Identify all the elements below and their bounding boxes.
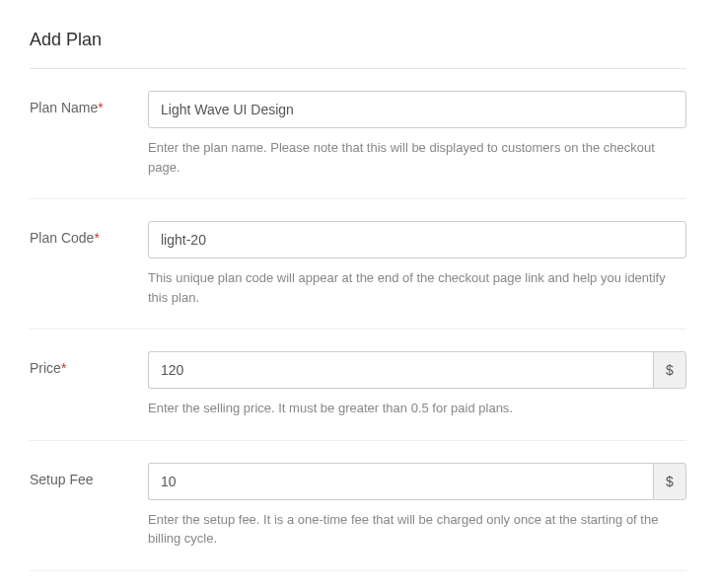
setup-fee-input[interactable] <box>148 463 653 500</box>
plan-code-help: This unique plan code will appear at the… <box>148 268 686 307</box>
setup-fee-help: Enter the setup fee. It is a one-time fe… <box>148 510 686 549</box>
plan-name-input[interactable] <box>148 91 686 128</box>
plan-name-label: Plan Name* <box>30 100 104 115</box>
setup-fee-row: Setup Fee $ Enter the setup fee. It is a… <box>30 441 686 571</box>
plan-code-row: Plan Code* This unique plan code will ap… <box>30 199 686 330</box>
currency-addon: $ <box>653 351 686 389</box>
price-label: Price* <box>30 360 66 376</box>
required-marker: * <box>98 100 103 115</box>
required-marker: * <box>94 230 99 246</box>
plan-name-row: Plan Name* Enter the plan name. Please n… <box>30 69 686 199</box>
required-marker: * <box>61 360 66 376</box>
page-title: Add Plan <box>30 30 686 50</box>
plan-code-input[interactable] <box>148 221 686 258</box>
price-input[interactable] <box>148 351 653 389</box>
price-row: Price* $ Enter the selling price. It mus… <box>30 330 686 441</box>
plan-name-help: Enter the plan name. Please note that th… <box>148 138 686 177</box>
plan-code-label: Plan Code* <box>30 230 100 246</box>
price-help: Enter the selling price. It must be grea… <box>148 399 686 418</box>
currency-addon: $ <box>653 463 686 500</box>
setup-fee-label: Setup Fee <box>30 472 94 487</box>
